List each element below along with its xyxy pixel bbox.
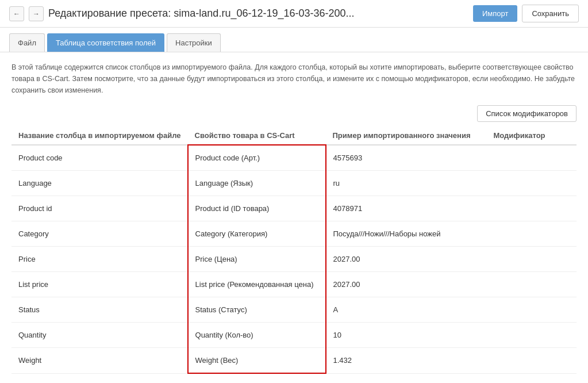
col-header-name: Название столбца в импортируемом файле	[11, 127, 188, 145]
cell-modifier	[487, 272, 577, 297]
cell-property: Weight (Вес)	[188, 348, 326, 374]
cell-property: Language (Язык)	[188, 171, 326, 196]
cell-example: 2027.00	[326, 247, 487, 272]
table-row: CategoryCategory (Категория)Посуда///Нож…	[11, 221, 577, 247]
cell-name: Status	[11, 297, 188, 323]
cell-modifier	[487, 297, 577, 323]
col-header-property: Свойство товара в CS-Cart	[188, 127, 326, 145]
table-row: StatusStatus (Статус)A	[11, 297, 577, 323]
cell-example: 1.432	[326, 348, 487, 374]
cell-property: Category (Категория)	[188, 221, 326, 247]
modifiers-list-button[interactable]: Список модификаторов	[477, 105, 577, 122]
col-header-example: Пример импортированного значения	[326, 127, 487, 145]
cell-example: A	[326, 297, 487, 323]
cell-example: 2027.00	[326, 272, 487, 297]
forward-button[interactable]: →	[29, 6, 44, 21]
cell-name: Product code	[11, 145, 188, 171]
cell-modifier	[487, 221, 577, 247]
cell-modifier	[487, 323, 577, 348]
table-row: List priceList price (Рекомендованная це…	[11, 272, 577, 297]
cell-modifier	[487, 196, 577, 221]
cell-property: Quantity (Кол-во)	[188, 323, 326, 348]
cell-name: List price	[11, 272, 188, 297]
header-bar: ← → Редактирование пресета: sima-land.ru…	[0, 0, 588, 28]
cell-name: Quantity	[11, 323, 188, 348]
table-row: PricePrice (Цена)2027.00	[11, 247, 577, 272]
cell-example: 4078971	[326, 196, 487, 221]
cell-property: Product code (Арт.)	[188, 145, 326, 171]
save-button[interactable]: Сохранить	[522, 5, 579, 22]
table-row: LanguageLanguage (Язык)ru	[11, 171, 577, 196]
cell-name: Price	[11, 247, 188, 272]
cell-example: Посуда///Ножи///Наборы ножей	[326, 221, 487, 247]
tab-mapping[interactable]: Таблица соответствия полей	[47, 33, 164, 52]
cell-modifier	[487, 145, 577, 171]
cell-property: Status (Статус)	[188, 297, 326, 323]
cell-modifier	[487, 348, 577, 374]
tab-file[interactable]: Файл	[9, 33, 45, 52]
cell-property: Product id (ID товара)	[188, 196, 326, 221]
table-row: Product idProduct id (ID товара)4078971	[11, 196, 577, 221]
cell-name: Weight	[11, 348, 188, 374]
cell-example: 10	[326, 323, 487, 348]
modifier-btn-row: Список модификаторов	[11, 105, 577, 122]
back-button[interactable]: ←	[9, 6, 24, 21]
table-row: QuantityQuantity (Кол-во)10	[11, 323, 577, 348]
cell-example: 4575693	[326, 145, 487, 171]
cell-modifier	[487, 171, 577, 196]
cell-property: Price (Цена)	[188, 247, 326, 272]
page-title: Редактирование пресета: sima-land.ru_06-…	[48, 7, 468, 20]
cell-example: ru	[326, 171, 487, 196]
mapping-table: Название столбца в импортируемом файле С…	[11, 127, 577, 374]
tab-bar: Файл Таблица соответствия полей Настройк…	[0, 28, 588, 52]
table-row: WeightWeight (Вес)1.432	[11, 348, 577, 374]
cell-property: List price (Рекомендованная цена)	[188, 272, 326, 297]
main-content: В этой таблице содержится список столбцо…	[0, 52, 588, 383]
col-header-modifier: Модификатор	[487, 127, 577, 145]
import-button[interactable]: Импорт	[473, 5, 517, 22]
cell-name: Product id	[11, 196, 188, 221]
cell-name: Language	[11, 171, 188, 196]
table-header-row: Название столбца в импортируемом файле С…	[11, 127, 577, 145]
tab-settings[interactable]: Настройки	[167, 33, 221, 52]
cell-name: Category	[11, 221, 188, 247]
cell-modifier	[487, 247, 577, 272]
table-row: Product codeProduct code (Арт.)4575693	[11, 145, 577, 171]
description-text: В этой таблице содержится список столбцо…	[11, 62, 577, 96]
